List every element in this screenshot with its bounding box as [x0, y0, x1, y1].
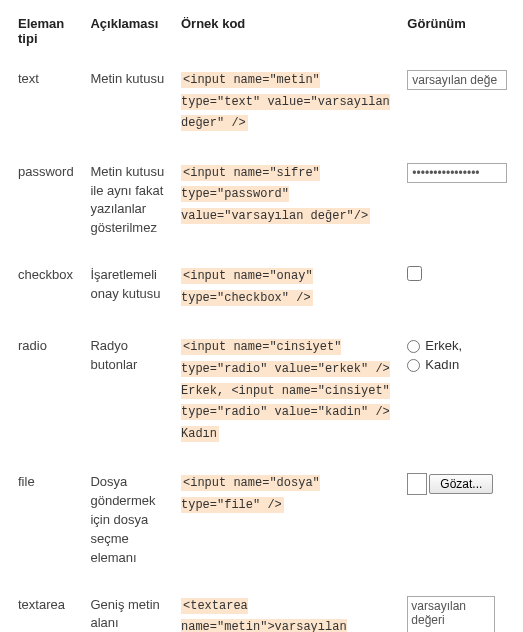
cell-code: <input name="cinsiyet" type="radio" valu… [177, 323, 403, 459]
checkbox-input[interactable] [407, 266, 422, 281]
cell-type: textarea [14, 582, 86, 632]
cell-type: checkbox [14, 252, 86, 323]
text-input[interactable] [407, 70, 507, 90]
cell-code: <input name="sifre" type="password" valu… [177, 149, 403, 252]
cell-desc: Metin kutusu [86, 56, 177, 149]
cell-view: varsayılan değeri [403, 582, 509, 632]
textarea-input[interactable]: varsayılan değeri [407, 596, 495, 632]
cell-code: <textarea name="metin">varsayılan değeri… [177, 582, 403, 632]
cell-type: password [14, 149, 86, 252]
table-row: checkbox İşaretlemeli onay kutusu <input… [14, 252, 509, 323]
cell-code: <input name="metin" type="text" value="v… [177, 56, 403, 149]
table-row: radio Radyo butonlar <input name="cinsiy… [14, 323, 509, 459]
cell-desc: Geniş metin alanı [86, 582, 177, 632]
cell-view: Erkek, Kadın [403, 323, 509, 459]
header-view: Görünüm [403, 10, 509, 56]
file-browse-button[interactable]: Gözat... [429, 474, 493, 494]
header-desc: Açıklaması [86, 10, 177, 56]
code-sample: <textarea name="metin">varsayılan değeri… [181, 598, 347, 632]
code-sample: <input name="sifre" type="password" valu… [181, 165, 370, 224]
cell-code: <input name="dosya" type="file" /> [177, 459, 403, 581]
radio-kadin[interactable] [407, 359, 420, 372]
cell-code: <input name="onay" type="checkbox" /> [177, 252, 403, 323]
radio-erkek[interactable] [407, 340, 420, 353]
code-sample: <input name="metin" type="text" value="v… [181, 72, 390, 131]
cell-desc: Dosya göndermek için dosya seçme elemanı [86, 459, 177, 581]
cell-view [403, 252, 509, 323]
table-header-row: Eleman tipi Açıklaması Örnek kod Görünüm [14, 10, 509, 56]
password-input[interactable] [407, 163, 507, 183]
cell-type: text [14, 56, 86, 149]
radio-label: Erkek, [425, 337, 462, 356]
cell-view: Gözat... [403, 459, 509, 581]
header-type: Eleman tipi [14, 10, 86, 56]
code-sample: <input name="dosya" type="file" /> [181, 475, 320, 513]
table-row: password Metin kutusu ile aynı fakat yaz… [14, 149, 509, 252]
radio-label: Kadın [425, 356, 459, 375]
form-elements-table: Eleman tipi Açıklaması Örnek kod Görünüm… [14, 10, 509, 632]
table-row: textarea Geniş metin alanı <textarea nam… [14, 582, 509, 632]
cell-desc: İşaretlemeli onay kutusu [86, 252, 177, 323]
code-sample: <input name="onay" type="checkbox" /> [181, 268, 313, 306]
cell-view [403, 149, 509, 252]
header-code: Örnek kod [177, 10, 403, 56]
table-row: file Dosya göndermek için dosya seçme el… [14, 459, 509, 581]
cell-type: file [14, 459, 86, 581]
cell-view [403, 56, 509, 149]
cell-desc: Radyo butonlar [86, 323, 177, 459]
code-sample: <input name="cinsiyet" type="radio" valu… [181, 339, 390, 441]
cell-desc: Metin kutusu ile aynı fakat yazılanlar g… [86, 149, 177, 252]
file-path-box[interactable] [407, 473, 427, 495]
table-row: text Metin kutusu <input name="metin" ty… [14, 56, 509, 149]
cell-type: radio [14, 323, 86, 459]
